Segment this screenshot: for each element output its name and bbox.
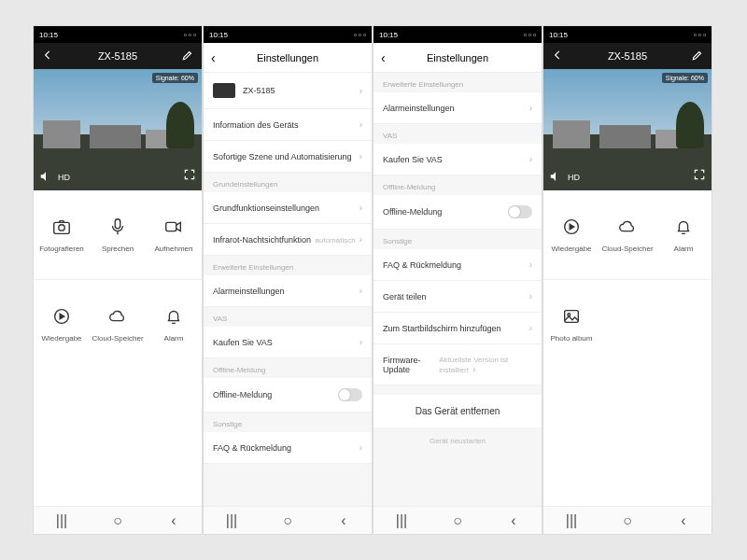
mic-icon [107,217,128,237]
svg-rect-2 [115,219,120,229]
screen-live-1: 10:15 ▫ ▫ ▫ ZX-5185 Signale: 60% HD Foto… [34,26,202,534]
edit-icon[interactable] [691,49,704,63]
status-bar: 10:15 ▫ ▫ ▫ [543,26,712,43]
offline-row[interactable]: Offline-Meldung [204,378,372,413]
mute-icon[interactable] [39,170,52,185]
camera-header: ZX-5185 [543,43,712,69]
home-button[interactable]: ○ [109,512,126,529]
ir-row[interactable]: Infrarot-Nachtsichtfunktionautomatisch› [204,224,372,256]
share-row[interactable]: Gerät teilen› [374,281,542,313]
back-arrow-icon[interactable] [41,49,54,63]
chevron-right-icon: › [529,291,532,301]
playback-label: Wiedergabe [551,245,591,253]
live-video[interactable]: Signale: 60% HD [34,69,202,190]
device-icon [213,83,235,98]
remove-device-button[interactable]: Das Gerät entfernen [374,395,542,427]
vas-row[interactable]: Kaufen Sie VAS› [204,327,372,358]
cloud-button[interactable]: Cloud-Speicher [599,190,655,279]
alarm-button[interactable]: Alarm [146,280,202,369]
faq-row[interactable]: FAQ & Rückmeldung› [204,432,372,464]
chevron-right-icon: › [359,151,362,161]
record-label: Aufnehmen [155,245,193,253]
signal-badge: Signale: 60% [662,73,708,83]
record-button[interactable]: Aufnehmen [146,190,202,279]
recents-button[interactable]: ||| [563,512,580,529]
alarm-settings-row[interactable]: Alarmeinstellungen› [204,275,372,307]
playback-button[interactable]: Wiedergabe [34,280,90,369]
chevron-right-icon: › [529,323,532,333]
home-button[interactable]: ○ [619,512,636,529]
firmware-row[interactable]: Firmware-UpdateAktuellste Version ist in… [374,344,542,385]
camera-title: ZX-5185 [54,50,181,62]
back-button[interactable]: ‹ [335,512,352,529]
offline-row[interactable]: Offline-Meldung [374,195,542,230]
playback-icon [561,217,582,237]
bell-icon [673,217,694,237]
back-button[interactable]: ‹ [165,512,182,529]
settings-header: ‹ Einstellungen [204,43,372,73]
talk-button[interactable]: Sprechen [90,190,146,279]
back-button[interactable]: ‹ [675,512,692,529]
home-button[interactable]: ○ [279,512,296,529]
cloud-icon [617,217,638,237]
alarm-settings-row[interactable]: Alarmeinstellungen› [374,92,542,124]
home-button[interactable]: ○ [449,512,466,529]
device-row[interactable]: ZX-5185 › [204,73,372,109]
recents-button[interactable]: ||| [223,512,240,529]
chevron-right-icon: › [359,442,362,453]
restart-device-link[interactable]: Gerät neustarten [374,427,542,455]
chevron-right-icon: › [359,119,362,130]
status-bar: 10:15 ▫ ▫ ▫ [34,26,202,43]
fullscreen-icon[interactable] [183,168,196,184]
status-icons: ▫ ▫ ▫ [354,31,366,39]
back-arrow-icon[interactable]: ‹ [381,50,386,65]
camera-header: ZX-5185 [34,43,202,69]
status-time: 10:15 [549,31,568,39]
album-button[interactable]: Photo album [543,280,599,369]
live-video[interactable]: Signale: 60% HD [543,69,712,190]
vas-row[interactable]: Kaufen Sie VAS› [374,144,542,175]
recents-button[interactable]: ||| [53,512,70,529]
chevron-right-icon: › [359,203,362,213]
addhome-row[interactable]: Zum Startbildschirm hinzufügen› [374,313,542,344]
recents-button[interactable]: ||| [393,512,410,529]
basic-row[interactable]: Grundfunktionseinstellungen› [204,192,372,224]
chevron-right-icon: › [472,364,475,374]
screen-settings-2: 10:15 ▫ ▫ ▫ ‹ Einstellungen Erweiterte E… [374,26,542,534]
hd-badge[interactable]: HD [58,173,70,182]
photo-button[interactable]: Fotografieren [34,190,90,279]
status-time: 10:15 [379,31,398,39]
offline-toggle[interactable] [508,205,532,218]
album-label: Photo album [551,334,593,343]
android-navbar: ||| ○ ‹ [204,506,372,534]
android-navbar: ||| ○ ‹ [34,506,202,534]
camera-title: ZX-5185 [564,50,691,62]
offline-toggle[interactable] [338,388,362,401]
talk-label: Sprechen [102,245,134,253]
device-name-label: ZX-5185 [243,86,275,95]
status-icons: ▫ ▫ ▫ [184,31,196,39]
playback-label: Wiedergabe [41,334,81,343]
cloud-button[interactable]: Cloud-Speicher [90,280,146,369]
fullscreen-icon[interactable] [693,168,706,184]
faq-row[interactable]: FAQ & Rückmeldung› [374,249,542,281]
video-icon [163,217,184,237]
chevron-right-icon: › [529,103,532,113]
scene-row[interactable]: Sofortige Szene und Automatisierung› [204,141,372,173]
chevron-right-icon: › [359,337,362,347]
back-button[interactable]: ‹ [505,512,522,529]
hd-badge[interactable]: HD [568,173,580,182]
device-info-row[interactable]: Information des Geräts› [204,109,372,141]
playback-button[interactable]: Wiedergabe [543,190,599,279]
settings-title: Einstellungen [257,52,318,63]
alarm-button[interactable]: Alarm [655,190,712,279]
back-arrow-icon[interactable] [551,49,564,63]
edit-icon[interactable] [181,49,194,63]
back-arrow-icon[interactable]: ‹ [211,50,216,65]
section-offline: Offline-Meldung [204,358,372,378]
mute-icon[interactable] [549,170,562,185]
screen-settings-1: 10:15 ▫ ▫ ▫ ‹ Einstellungen ZX-5185 › In… [204,26,372,534]
section-advanced: Erweiterte Einstellungen [204,256,372,275]
playback-icon [51,306,72,327]
section-vas: VAS [204,307,372,327]
